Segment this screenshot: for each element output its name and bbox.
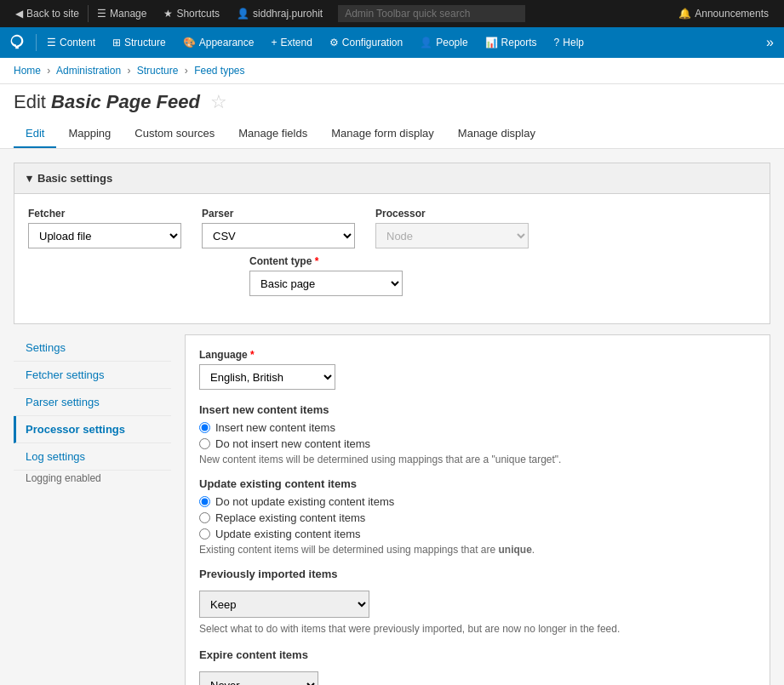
- breadcrumb: Home › Administration › Structure › Feed…: [0, 58, 784, 84]
- replace-option: Replace existing content items: [199, 511, 756, 524]
- language-select[interactable]: English, British English French: [199, 364, 335, 390]
- help-icon: ?: [554, 37, 560, 49]
- previously-imported-hint: Select what to do with items that were p…: [199, 623, 756, 635]
- content-type-group: Content type * Basic page Article: [249, 255, 403, 296]
- insert-hint: New content items will be determined usi…: [199, 454, 756, 465]
- sidebar-item-settings[interactable]: Settings: [14, 334, 171, 362]
- drupal-logo[interactable]: [3, 29, 31, 56]
- fetcher-select[interactable]: Upload file HTTP fetcher Directory fetch…: [28, 223, 181, 248]
- nav-extend[interactable]: + Extend: [262, 27, 320, 58]
- processor-label: Processor: [375, 208, 529, 220]
- previously-imported-title: Previously imported items: [199, 568, 756, 580]
- update-hint: Existing content items will be determine…: [199, 544, 756, 556]
- log-settings-sub: Logging enabled: [14, 471, 171, 491]
- extend-icon: +: [271, 37, 277, 49]
- expand-icon[interactable]: »: [766, 35, 774, 50]
- update-content-title: Update existing content items: [199, 477, 756, 490]
- manage-menu-button[interactable]: ☰ Manage: [89, 0, 155, 27]
- do-not-update-radio[interactable]: [199, 496, 210, 507]
- main-content: ▾ Basic settings Fetcher Upload file HTT…: [0, 149, 784, 685]
- structure-icon: ⊞: [112, 37, 121, 49]
- insert-new-option: Insert new content items: [199, 421, 756, 434]
- admin-search-input[interactable]: [338, 5, 525, 22]
- sidebar-item-fetcher-settings[interactable]: Fetcher settings: [14, 362, 171, 389]
- insert-new-label: Insert new content items: [215, 421, 335, 434]
- insert-content-title: Insert new content items: [199, 403, 756, 416]
- breadcrumb-home[interactable]: Home: [14, 65, 41, 77]
- back-to-site-button[interactable]: ◀ Back to site: [7, 0, 88, 27]
- sidebar: Settings Fetcher settings Parser setting…: [14, 334, 171, 685]
- nav-reports[interactable]: 📊 Reports: [477, 27, 546, 58]
- expire-content-title: Expire content items: [199, 648, 756, 661]
- replace-radio[interactable]: [199, 512, 210, 523]
- parser-group: Parser CSV JSON XML RSS: [202, 208, 355, 248]
- content-layout: Settings Fetcher settings Parser setting…: [14, 334, 770, 685]
- expire-content-select[interactable]: Never After 1 hour After 1 day After 1 w…: [199, 671, 318, 685]
- fetcher-group: Fetcher Upload file HTTP fetcher Directo…: [28, 208, 181, 248]
- sidebar-item-log-settings[interactable]: Log settings: [14, 443, 171, 471]
- processor-group: Processor Node: [375, 208, 529, 248]
- update-content-group: Update existing content items Do not upd…: [199, 477, 756, 556]
- previously-imported-select[interactable]: Keep Delete Unpublish: [199, 591, 369, 618]
- tab-custom-sources[interactable]: Custom sources: [123, 120, 226, 148]
- secondary-nav: ☰ Content ⊞ Structure 🎨 Appearance + Ext…: [0, 27, 784, 58]
- page-header: Edit Basic Page Feed ☆ Edit Mapping Cust…: [0, 84, 784, 149]
- tabs-bar: Edit Mapping Custom sources Manage field…: [14, 120, 770, 148]
- parser-select[interactable]: CSV JSON XML RSS: [202, 223, 355, 248]
- do-not-insert-radio[interactable]: [199, 438, 210, 449]
- star-icon: ★: [163, 8, 173, 20]
- do-not-update-option: Do not update existing content items: [199, 495, 756, 508]
- breadcrumb-structure[interactable]: Structure: [137, 65, 179, 77]
- previously-imported-group: Previously imported items Keep Delete Un…: [199, 568, 756, 635]
- shortcuts-button[interactable]: ★ Shortcuts: [155, 0, 228, 27]
- user-icon: 👤: [237, 8, 249, 20]
- basic-settings-panel: ▾ Basic settings Fetcher Upload file HTT…: [14, 163, 770, 324]
- fetcher-label: Fetcher: [28, 208, 181, 220]
- nav-people[interactable]: 👤 People: [411, 27, 476, 58]
- nav-right: »: [759, 35, 781, 50]
- sidebar-item-parser-settings[interactable]: Parser settings: [14, 389, 171, 416]
- favorite-star-icon[interactable]: ☆: [210, 91, 227, 112]
- appearance-icon: 🎨: [183, 37, 196, 49]
- nav-help[interactable]: ? Help: [546, 27, 592, 58]
- nav-appearance[interactable]: 🎨 Appearance: [175, 27, 263, 58]
- nav-content[interactable]: ☰ Content: [38, 27, 104, 58]
- nav-structure[interactable]: ⊞ Structure: [104, 27, 175, 58]
- breadcrumb-administration[interactable]: Administration: [56, 65, 121, 77]
- nav-configuration[interactable]: ⚙ Configuration: [321, 27, 411, 58]
- basic-settings-header[interactable]: ▾ Basic settings: [14, 163, 770, 194]
- tab-mapping[interactable]: Mapping: [56, 120, 123, 148]
- breadcrumb-feed-types[interactable]: Feed types: [194, 65, 244, 77]
- tab-manage-display[interactable]: Manage display: [446, 120, 547, 148]
- menu-icon: ☰: [97, 8, 106, 20]
- content-icon: ☰: [47, 37, 56, 49]
- insert-new-radio[interactable]: [199, 422, 210, 433]
- tab-edit[interactable]: Edit: [14, 120, 56, 148]
- do-not-insert-option: Do not insert new content items: [199, 437, 756, 450]
- content-type-row: Content type * Basic page Article: [249, 255, 756, 296]
- bell-icon: 🔔: [678, 8, 691, 20]
- do-not-insert-label: Do not insert new content items: [215, 437, 370, 450]
- tab-manage-form-display[interactable]: Manage form display: [319, 120, 446, 148]
- language-group: Language * English, British English Fren…: [199, 349, 756, 390]
- collapse-icon: ▾: [26, 172, 32, 185]
- user-menu-button[interactable]: 👤 siddhraj.purohit: [228, 0, 331, 27]
- parser-label: Parser: [202, 208, 355, 220]
- tab-manage-fields[interactable]: Manage fields: [226, 120, 319, 148]
- basic-settings-body: Fetcher Upload file HTTP fetcher Directo…: [14, 194, 770, 323]
- update-label: Update existing content items: [215, 528, 361, 540]
- sidebar-item-processor-settings[interactable]: Processor settings: [14, 416, 171, 443]
- content-type-select[interactable]: Basic page Article: [249, 271, 403, 296]
- update-radio[interactable]: [199, 528, 210, 539]
- language-label: Language *: [199, 349, 756, 361]
- back-arrow-icon: ◀: [15, 8, 23, 20]
- expire-content-group: Expire content items Never After 1 hour …: [199, 648, 756, 685]
- reports-icon: 📊: [485, 37, 498, 49]
- update-option: Update existing content items: [199, 528, 756, 540]
- insert-content-group: Insert new content items Insert new cont…: [199, 403, 756, 465]
- do-not-update-label: Do not update existing content items: [215, 495, 394, 508]
- processor-select[interactable]: Node: [375, 223, 529, 248]
- page-title: Edit Basic Page Feed ☆: [14, 91, 770, 113]
- replace-label: Replace existing content items: [215, 511, 365, 524]
- admin-search-wrapper: [338, 5, 525, 22]
